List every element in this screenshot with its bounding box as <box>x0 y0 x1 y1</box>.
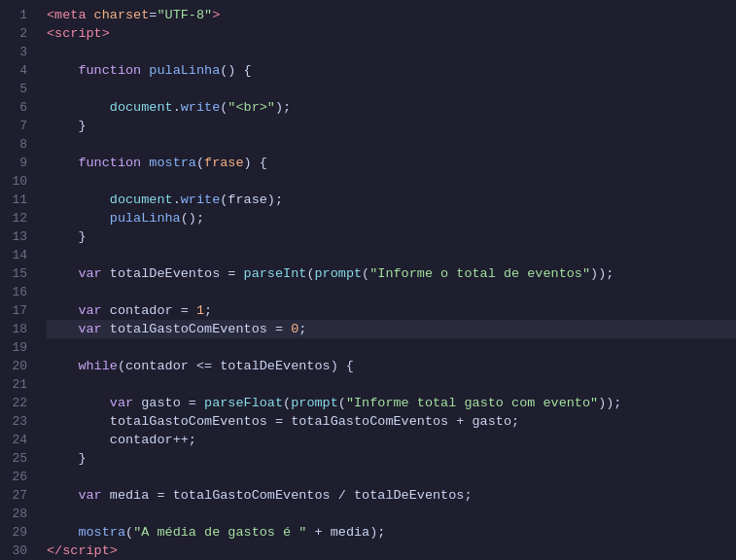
code-line <box>47 43 736 61</box>
line-number: 5 <box>0 80 37 98</box>
line-number: 12 <box>0 209 37 228</box>
code-editor: 1234567891011121314151617181920212223242… <box>0 0 736 560</box>
code-line: document.write(frase); <box>47 191 736 209</box>
code-line: } <box>47 117 736 135</box>
line-number: 1 <box>0 6 37 24</box>
line-number: 18 <box>0 320 37 338</box>
line-number: 24 <box>0 431 37 449</box>
line-number: 27 <box>0 486 37 505</box>
code-line: while(contador <= totalDeEventos) { <box>47 357 736 375</box>
code-line: } <box>47 228 736 246</box>
code-line: document.write("<br>"); <box>47 98 736 117</box>
code-content: <meta charset="UTF-8"><script> function … <box>37 0 736 560</box>
line-number: 28 <box>0 505 37 523</box>
line-number: 9 <box>0 154 37 172</box>
code-line: <script> <box>47 24 736 43</box>
line-number: 7 <box>0 117 37 135</box>
code-line <box>47 246 736 264</box>
code-line <box>47 338 736 357</box>
line-number: 22 <box>0 394 37 412</box>
code-line: var contador = 1; <box>47 301 736 320</box>
code-line <box>47 468 736 486</box>
line-number: 2 <box>0 24 37 43</box>
code-line <box>47 375 736 394</box>
line-number: 30 <box>0 542 37 560</box>
line-number: 17 <box>0 301 37 320</box>
code-line: var totalDeEventos = parseInt(prompt("In… <box>47 264 736 283</box>
line-number: 14 <box>0 246 37 264</box>
line-number: 21 <box>0 375 37 394</box>
line-number: 6 <box>0 98 37 117</box>
line-number: 19 <box>0 338 37 357</box>
code-line: var totalGastoComEventos = 0; <box>47 320 736 338</box>
code-line: function mostra(frase) { <box>47 154 736 172</box>
code-line <box>47 80 736 98</box>
code-line: totalGastoComEventos = totalGastoComEven… <box>47 412 736 431</box>
line-numbers: 1234567891011121314151617181920212223242… <box>0 0 37 560</box>
code-line: function pulaLinha() { <box>47 61 736 80</box>
code-line <box>47 505 736 523</box>
line-number: 13 <box>0 228 37 246</box>
line-number: 16 <box>0 283 37 301</box>
code-line <box>47 135 736 154</box>
line-number: 10 <box>0 172 37 191</box>
code-line: </script> <box>47 542 736 560</box>
line-number: 8 <box>0 135 37 154</box>
code-line <box>47 283 736 301</box>
code-line: } <box>47 449 736 468</box>
line-number: 15 <box>0 264 37 283</box>
line-number: 3 <box>0 43 37 61</box>
code-line: mostra("A média de gastos é " + media); <box>47 523 736 542</box>
line-number: 29 <box>0 523 37 542</box>
line-number: 20 <box>0 357 37 375</box>
line-number: 23 <box>0 412 37 431</box>
code-line: var gasto = parseFloat(prompt("Informe t… <box>47 394 736 412</box>
line-number: 11 <box>0 191 37 209</box>
code-line: <meta charset="UTF-8"> <box>47 6 736 24</box>
code-line: contador++; <box>47 431 736 449</box>
code-line <box>47 172 736 191</box>
code-line: pulaLinha(); <box>47 209 736 228</box>
line-number: 26 <box>0 468 37 486</box>
line-number: 25 <box>0 449 37 468</box>
code-line: var media = totalGastoComEventos / total… <box>47 486 736 505</box>
line-number: 4 <box>0 61 37 80</box>
